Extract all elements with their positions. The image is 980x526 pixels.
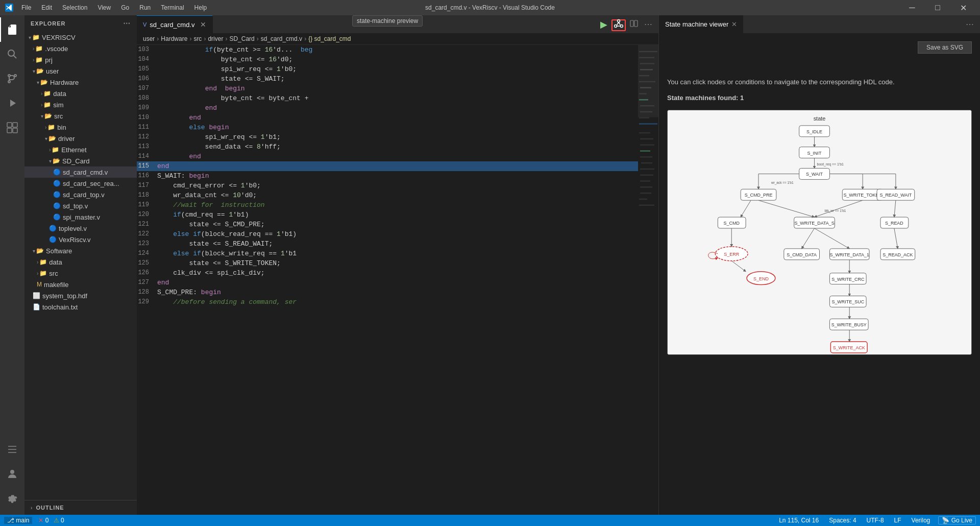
svg-rect-32	[639, 132, 650, 133]
svg-text:S_ERR: S_ERR	[724, 252, 739, 257]
tree-root[interactable]: ▾ 📁 VEXRISCV	[24, 32, 137, 43]
tree-item-label: spi_master.v	[63, 213, 100, 221]
split-editor-button[interactable]	[628, 18, 640, 31]
svg-line-95	[894, 200, 896, 217]
tree-item-hdf[interactable]: ⬜ system_top.hdf	[24, 290, 137, 301]
tree-item-user[interactable]: ▾ 📂 user	[24, 65, 137, 77]
activity-accounts[interactable]	[0, 462, 24, 486]
activity-debug-console[interactable]	[0, 437, 24, 462]
svg-text:S_END: S_END	[753, 276, 769, 281]
menu-run[interactable]: Run	[135, 3, 155, 12]
line-col-item[interactable]: Ln 115, Col 16	[777, 517, 821, 524]
tab-file-icon: V	[143, 21, 146, 28]
git-branch-item[interactable]: ⎇ main	[4, 517, 32, 524]
menu-edit[interactable]: Edit	[37, 3, 56, 12]
breadcrumb-hardware[interactable]: Hardware	[161, 35, 187, 42]
state-machine-preview-button[interactable]	[611, 19, 626, 31]
tree-item-vscode[interactable]: › 📁 .vscode	[24, 43, 137, 54]
more-actions-icon[interactable]: ⋯	[642, 18, 654, 30]
tree-item-txt[interactable]: 📄 toolchain.txt	[24, 301, 137, 313]
file-v-icon: 🔵	[53, 169, 61, 176]
tree-item-spimaster[interactable]: 🔵 spi_master.v	[24, 211, 137, 223]
minimize-button[interactable]: ─	[900, 0, 924, 15]
language-item[interactable]: Verilog	[910, 517, 933, 524]
tree-item-sdcardcmd[interactable]: 🔵 sd_card_cmd.v	[24, 166, 137, 178]
breadcrumb-sdcard[interactable]: SD_Card	[229, 35, 254, 42]
activity-bottom	[0, 437, 24, 515]
tree-item-sim[interactable]: › 📁 sim	[24, 99, 137, 110]
tree-item-sdcardsec[interactable]: 🔵 sd_card_sec_rea...	[24, 178, 137, 189]
state-panel-tab-close[interactable]: ✕	[731, 20, 737, 28]
spaces-item[interactable]: Spaces: 4	[827, 517, 858, 524]
breadcrumb-user[interactable]: user	[143, 35, 155, 42]
go-live-item[interactable]: 📡 Go Live	[938, 516, 976, 524]
tree-item-prj[interactable]: › 📁 prj	[24, 54, 137, 65]
svg-point-10	[618, 19, 620, 22]
tree-item-sw-src[interactable]: › 📁 src	[24, 268, 137, 279]
menu-selection[interactable]: Selection	[58, 3, 91, 12]
activity-source-control[interactable]	[0, 66, 24, 91]
tree-item-ethernet[interactable]: › 📁 Ethernet	[24, 144, 137, 155]
maximize-button[interactable]: □	[926, 0, 949, 15]
encoding-item[interactable]: UTF-8	[865, 517, 886, 524]
breadcrumb-symbol[interactable]: {} sd_card_cmd	[308, 35, 351, 42]
svg-text:S_WRITE_BUSY: S_WRITE_BUSY	[831, 322, 867, 327]
outline-title[interactable]: › OUTLINE	[24, 503, 137, 513]
state-machine-tab[interactable]: State machine viewer ✕	[659, 15, 743, 33]
code-editor[interactable]: 103 if(byte_cnt >= 16'd... beg 104 byte_…	[137, 45, 638, 515]
tab-close-icon[interactable]: ✕	[200, 20, 206, 29]
code-line-127: 127 end	[137, 278, 638, 288]
activity-settings[interactable]	[0, 486, 24, 511]
tree-item-src[interactable]: ▾ 📂 src	[24, 110, 137, 122]
activity-search[interactable]	[0, 42, 24, 66]
activity-explorer[interactable]	[0, 17, 24, 42]
tab-label: sd_card_cmd.v	[150, 21, 194, 29]
git-icon: ⎇	[7, 517, 14, 524]
svg-rect-37	[641, 162, 652, 163]
tab-sdcardcmd[interactable]: V sd_card_cmd.v ✕	[137, 15, 213, 33]
tree-item-label: src	[54, 112, 63, 120]
svg-text:wr_ack == 1'b1: wr_ack == 1'b1	[771, 181, 794, 185]
close-button[interactable]: ✕	[951, 0, 975, 15]
tree-item-sdcard[interactable]: ▾ 📂 SD_Card	[24, 155, 137, 166]
menu-view[interactable]: View	[93, 3, 115, 12]
minimap	[638, 45, 658, 515]
menu-go[interactable]: Go	[117, 3, 133, 12]
tree-item-software[interactable]: ▾ 📂 Software	[24, 245, 137, 256]
eol-item[interactable]: LF	[892, 517, 903, 524]
menu-help[interactable]: Help	[190, 3, 211, 12]
svg-line-100	[731, 261, 746, 272]
state-panel-more-icon[interactable]: ⋯	[964, 18, 976, 30]
main-container: EXPLORER ⋯ ▾ 📁 VEXRISCV › 📁 .vscode › 📁	[0, 15, 980, 515]
save-svg-button[interactable]: Save as SVG	[918, 41, 972, 54]
tree-item-driver[interactable]: ▾ 📂 driver	[24, 133, 137, 144]
tree-item-sdtop[interactable]: 🔵 sd_top.v	[24, 200, 137, 211]
tree-item-toplevel[interactable]: 🔵 toplevel.v	[24, 223, 137, 234]
tree-item-makefile[interactable]: M makefile	[24, 279, 137, 290]
menu-file[interactable]: File	[17, 3, 35, 12]
breadcrumb-src[interactable]: src	[193, 35, 202, 42]
tree-item-bin[interactable]: › 📁 bin	[24, 122, 137, 133]
tree-item-sdcardtop[interactable]: 🔵 sd_card_top.v	[24, 189, 137, 200]
tree-item-vexriscv[interactable]: 🔵 VexRiscv.v	[24, 234, 137, 245]
activity-run[interactable]	[0, 91, 24, 115]
activity-extensions[interactable]	[0, 115, 24, 140]
errors-item[interactable]: ✕ 0 ⚠ 0	[36, 517, 66, 524]
breadcrumb-driver[interactable]: driver	[208, 35, 223, 42]
state-diagram[interactable]: state S_IDLE S_INIT boot_req == 1'b1	[667, 110, 972, 355]
svg-rect-44	[639, 205, 654, 206]
menu-terminal[interactable]: Terminal	[157, 3, 188, 12]
run-button[interactable]: ▶	[598, 18, 609, 31]
svg-text:S_READ: S_READ	[885, 221, 903, 226]
status-right: Ln 115, Col 16 Spaces: 4 UTF-8 LF Verilo…	[777, 516, 976, 524]
file-hdf-icon: ⬜	[33, 292, 40, 299]
tree-item-sw-data[interactable]: › 📁 data	[24, 256, 137, 268]
state-panel-content: Save as SVG You can click nodes or condi…	[659, 33, 980, 515]
sidebar-new-file-icon[interactable]: ⋯	[123, 19, 131, 28]
svg-text:S_WAIT: S_WAIT	[806, 172, 823, 177]
svg-line-99	[894, 228, 898, 249]
tree-item-data[interactable]: › 📁 data	[24, 88, 137, 99]
tree-item-hardware[interactable]: ▾ 📂 Hardware	[24, 77, 137, 88]
breadcrumb-file[interactable]: sd_card_cmd.v	[261, 35, 302, 42]
chevron-right-icon: ›	[45, 125, 46, 130]
